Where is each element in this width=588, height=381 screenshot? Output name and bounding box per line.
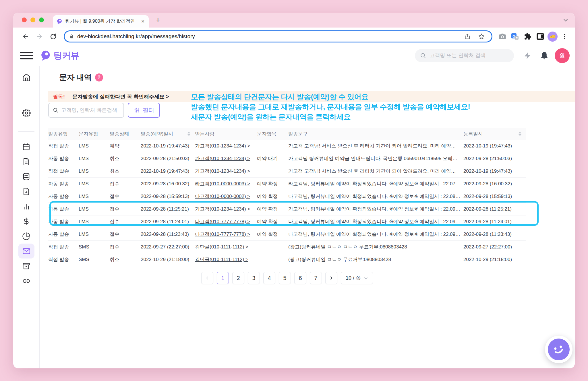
pagination-page-button[interactable]: 2 (232, 272, 244, 284)
user-avatar[interactable]: 원 (555, 48, 570, 63)
cell-recipient-link[interactable]: 라고객(010-0000-0003) > (195, 180, 257, 187)
share-icon[interactable] (462, 31, 473, 42)
cell-recipient-link[interactable]: 가고객(010-1234-1234) > (195, 168, 257, 174)
sidebar-item-sales[interactable] (18, 214, 34, 229)
cell-recipient-link[interactable]: 김단골(010-1111-1112) > (195, 244, 257, 250)
cell-sent-at: 2022-10-19 (19:47:43) (141, 143, 195, 149)
browser-tab[interactable]: 팅커뷰 | 월 9,900원 가장 합리적인 ✕ (53, 15, 149, 28)
zoom-window-button[interactable] (39, 18, 44, 22)
col-registered[interactable]: 등록일시 (463, 131, 526, 137)
help-icon[interactable]: ? (95, 73, 103, 81)
pagination-page-button[interactable]: 7 (310, 272, 322, 284)
screenshot-camera-icon[interactable] (497, 31, 508, 42)
cell-recipient-link[interactable]: 다고객(010-0000-0002) > (195, 193, 257, 200)
sidebar-item-settings[interactable] (18, 105, 34, 121)
bookmark-star-icon[interactable] (476, 31, 487, 42)
quick-search-input[interactable] (61, 107, 119, 113)
hamburger-menu-icon[interactable] (20, 51, 33, 60)
global-search[interactable] (415, 49, 514, 62)
browser-titlebar: 팅커뷰 | 월 9,900원 가장 합리적인 ✕ + (13, 13, 575, 28)
cell-recipient-link[interactable]: 나고객(010-7777-7778) > (195, 218, 257, 225)
file-plus-icon (22, 187, 30, 196)
table-row[interactable]: 자동 발송 LMS 접수 2022-09-28 (16:00:32) 라고객(0… (48, 178, 526, 190)
cell-category: 예약 대기 (257, 155, 288, 162)
table-row[interactable]: 자동 발송 LMS 취소 2022-09-28 (21:50:03) 가고객(0… (48, 152, 526, 165)
tab-close-icon[interactable]: ✕ (140, 19, 145, 24)
pagination-next-button[interactable] (325, 272, 337, 284)
sidebar-item-file-add[interactable] (18, 184, 34, 199)
dollar-icon (22, 217, 30, 226)
translate-icon[interactable]: G (510, 31, 521, 42)
brand-name: 팅커뷰 (53, 50, 79, 62)
sidebar-item-products[interactable] (18, 258, 34, 273)
browser-profile-avatar[interactable] (548, 32, 558, 42)
pagination-page-button[interactable]: 4 (263, 272, 275, 284)
cell-recipient-link[interactable]: 가고객(010-1234-1234) > (195, 143, 257, 149)
table-row[interactable]: 직접 발송 LMS 취소 2022-10-19 (19:47:43) 가고객(0… (48, 165, 526, 178)
table-row[interactable]: 직접 발송 LMS 예약 2022-10-19 (19:47:43) 가고객(0… (48, 140, 526, 152)
cell-category: 예약 확정 (257, 231, 288, 238)
table-row[interactable]: 자동 발송 LMS 접수 2022-09-28 (11:23:43) 나고객(0… (48, 228, 526, 241)
cell-status: 접수 (110, 244, 141, 250)
pagination-page-button[interactable]: 1 (217, 272, 229, 284)
quick-action-lightning-icon[interactable] (521, 49, 534, 62)
app-logo[interactable]: 팅커뷰 (40, 50, 79, 62)
pagination-prev-button[interactable] (201, 272, 213, 284)
page-size-select[interactable]: 10 / 쪽 (341, 272, 373, 284)
table-row[interactable]: 직접 발송 SMS 접수 2022-09-27 (22:27:00) 김단골(0… (48, 241, 526, 253)
cell-message: (광고)팅커뷰네일 ㅁㄴㅇ ㅁㄴㅇ 무료거부:0808803428 (288, 244, 463, 250)
sidebar-item-documents[interactable] (18, 154, 34, 169)
sort-icon[interactable] (519, 132, 521, 136)
table-row[interactable]: 자동 발송 LMS 접수 2022-09-28 (11:24:01) 나고객(0… (48, 215, 526, 228)
annotation-line-2: 발송했던 문자내용을 그대로 재발송하거나, 문자내용을 일부 수정해 발송을 … (191, 102, 470, 112)
extensions-puzzle-icon[interactable] (522, 31, 533, 42)
forward-button[interactable] (33, 30, 45, 42)
table-header: 발송유형 문자유형 발송상태 발송(예약)일시 받는사람 문자항목 발송문구 등… (48, 128, 526, 140)
reload-button[interactable] (47, 30, 59, 42)
back-button[interactable] (20, 30, 32, 42)
browser-menu-dots-icon[interactable] (559, 31, 570, 42)
cell-category: 예약 확정 (257, 206, 288, 212)
cell-msg-type: LMS (79, 143, 110, 149)
pie-chart-icon (22, 232, 30, 240)
pagination-page-button[interactable]: 6 (294, 272, 306, 284)
cell-recipient-link[interactable]: 가고객(010-1234-1234) > (195, 155, 257, 162)
cell-msg-type: LMS (79, 206, 110, 212)
col-sent-at[interactable]: 발송(예약)일시 (141, 131, 195, 137)
cell-recipient-link[interactable]: 가고객(010-1234-1234) > (195, 206, 257, 212)
sidebar-item-database[interactable] (18, 169, 34, 184)
notifications-bell-icon[interactable] (538, 49, 551, 62)
cell-send-type: 자동 발송 (48, 231, 79, 238)
sidebar-item-messages[interactable] (18, 244, 34, 258)
side-panel-icon[interactable] (535, 31, 546, 42)
filter-button[interactable]: 필터 (128, 103, 160, 118)
table-row[interactable]: 자동 발송 LMS 접수 2022-09-28 (15:59:13) 다고객(0… (48, 190, 526, 203)
sidebar-item-statistics[interactable] (18, 199, 34, 214)
close-window-button[interactable] (22, 18, 27, 22)
chat-launcher-button[interactable] (545, 336, 572, 363)
messages-table: 발송유형 문자유형 발송상태 발송(예약)일시 받는사람 문자항목 발송문구 등… (48, 128, 526, 266)
url-text[interactable]: dev-blockdeal.hatchling.kr/app/messages/… (77, 33, 195, 40)
global-search-input[interactable] (430, 53, 509, 59)
cell-message: 가고객님, 팅커뷰네일 예약이 확정되었습니다. ※예약 정보※ 예약일시 : … (288, 206, 463, 212)
table-row[interactable]: 자동 발송 LMS 접수 2022-09-28 (11:25:21) 가고객(0… (48, 203, 526, 215)
minimize-window-button[interactable] (30, 18, 35, 22)
pagination-page-button[interactable]: 3 (248, 272, 260, 284)
sidebar-item-calendar[interactable] (18, 139, 34, 154)
table-row[interactable]: 직접 발송 SMS 취소 2022-10-29 (21:18:00) 김단골(0… (48, 253, 526, 266)
url-bar[interactable]: dev-blockdeal.hatchling.kr/app/messages/… (64, 30, 492, 42)
quick-search[interactable] (48, 103, 124, 118)
new-tab-button[interactable]: + (156, 14, 160, 26)
cell-status: 취소 (110, 155, 141, 162)
cell-recipient-link[interactable]: 김단골(010-1111-1112) > (195, 256, 257, 263)
sidebar-item-reports[interactable] (18, 229, 34, 244)
tab-list-chevron-icon[interactable] (563, 17, 568, 23)
notice-link[interactable]: 문자발송에 실패한다면 꼭 확인해주세요 > (72, 93, 169, 100)
cell-recipient-link[interactable]: 나고객(010-7777-7778) > (195, 231, 257, 238)
sort-icon[interactable] (187, 132, 190, 136)
cell-sent-at: 2022-09-28 (15:59:13) (141, 194, 195, 199)
cell-message: 다고객님, 팅커뷰네일 예약이 확정되었습니다. ※예약 정보※ 예약일시 : … (288, 193, 463, 200)
sidebar-item-links[interactable] (18, 273, 34, 288)
sidebar-item-home[interactable] (18, 69, 34, 85)
pagination-page-button[interactable]: 5 (279, 272, 291, 284)
